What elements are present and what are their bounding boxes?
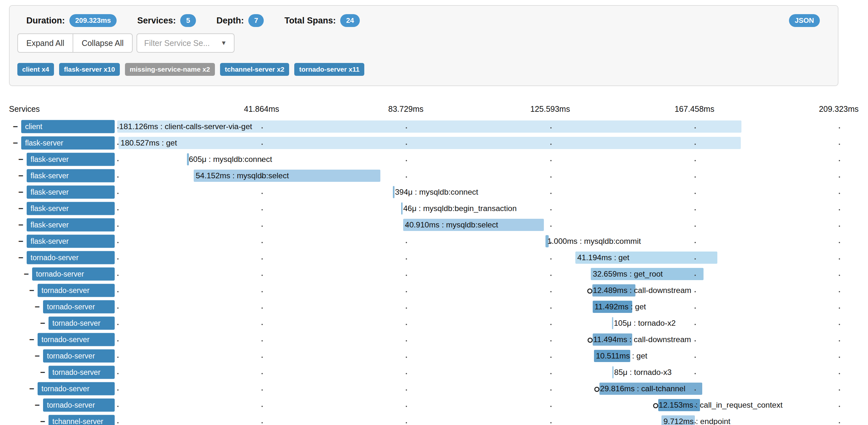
service-button[interactable]: tornado-server — [43, 300, 115, 313]
service-button[interactable]: tornado-server — [38, 284, 115, 297]
collapse-toggle[interactable]: − — [18, 253, 24, 262]
service-tag[interactable]: client x4 — [17, 63, 54, 76]
span-track[interactable]: 10.511ms : get — [117, 347, 839, 364]
span-label: 181.126ms : client-calls-server-via-get — [117, 122, 252, 131]
tick-dot — [550, 357, 552, 358]
json-button[interactable]: JSON — [789, 14, 820, 27]
collapse-toggle[interactable]: − — [18, 155, 24, 163]
tick-dot — [406, 307, 407, 309]
span-track[interactable]: 180.527ms : get — [117, 134, 839, 151]
service-button[interactable]: tchannel-server — [49, 415, 115, 425]
chevron-down-icon: ▼ — [221, 39, 227, 47]
service-button[interactable]: tornado-server — [43, 349, 115, 362]
service-tag[interactable]: tornado-server x11 — [294, 63, 364, 76]
span-track[interactable]: 29.816ms : call-tchannel — [117, 381, 839, 397]
service-cell: −tornado-server — [0, 298, 115, 315]
tick-dot — [694, 193, 696, 194]
time-tick-label: 83.729ms — [388, 104, 424, 114]
collapse-toggle[interactable]: − — [40, 319, 45, 327]
collapse-toggle[interactable]: − — [29, 384, 34, 393]
span-row: −client181.126ms : client-calls-server-v… — [0, 118, 868, 134]
expand-all-button[interactable]: Expand All — [17, 33, 72, 53]
tick-dot — [839, 193, 840, 194]
tick-dot — [261, 406, 263, 407]
service-button[interactable]: client — [21, 120, 115, 133]
collapse-all-button[interactable]: Collapse All — [72, 33, 133, 53]
span-track[interactable]: 11.494ms : call-downstream — [117, 331, 839, 347]
tick-dot — [117, 209, 119, 210]
span-track[interactable]: 11.492ms : get — [117, 298, 839, 315]
span-track[interactable]: 54.152ms : mysqldb:select — [117, 168, 839, 184]
tick-dot — [550, 176, 552, 178]
collapse-toggle[interactable]: − — [40, 417, 45, 425]
service-button[interactable]: tornado-server — [27, 251, 115, 264]
service-button[interactable]: tornado-server — [38, 382, 115, 395]
collapse-toggle[interactable]: − — [18, 237, 24, 245]
service-tag[interactable]: tchannel-server x2 — [220, 63, 289, 76]
service-button[interactable]: tornado-server — [38, 333, 115, 346]
service-tag[interactable]: flask-server x10 — [59, 63, 120, 76]
collapse-toggle[interactable]: − — [29, 335, 34, 344]
tick-dot — [117, 406, 119, 407]
tick-dot — [839, 357, 840, 358]
service-button[interactable]: flask-server — [27, 153, 115, 166]
tick-dot — [550, 340, 552, 341]
span-track[interactable]: 9.712ms : endpoint — [117, 413, 839, 425]
span-track[interactable]: 85μ : tornado-x3 — [117, 364, 839, 381]
tick-dot — [694, 209, 696, 210]
collapse-toggle[interactable]: − — [18, 220, 24, 229]
collapse-toggle[interactable]: − — [18, 171, 24, 180]
filter-service-select[interactable]: Filter Service Se... ▼ — [136, 33, 235, 53]
tick-dot — [117, 176, 119, 178]
service-button[interactable]: flask-server — [21, 136, 115, 149]
span-bar[interactable] — [119, 137, 741, 149]
service-button[interactable]: tornado-server — [49, 366, 115, 379]
span-track[interactable]: 12.489ms : call-downstream — [117, 282, 839, 298]
tick-dot — [261, 193, 263, 194]
collapse-toggle[interactable]: − — [35, 401, 40, 409]
collapse-toggle[interactable]: − — [29, 286, 34, 295]
span-row: −flask-server46μ : mysqldb:begin_transac… — [0, 200, 868, 216]
tick-dot — [694, 127, 696, 128]
collapse-toggle[interactable]: − — [24, 270, 29, 278]
service-button[interactable]: flask-server — [27, 218, 115, 231]
collapse-toggle[interactable]: − — [13, 139, 18, 147]
span-label: 10.511ms : get — [594, 352, 647, 360]
span-track[interactable]: 41.194ms : get — [117, 249, 839, 266]
collapse-toggle[interactable]: − — [35, 352, 40, 360]
service-button[interactable]: tornado-server — [43, 398, 115, 412]
tick-dot — [261, 422, 263, 423]
collapse-toggle[interactable]: − — [18, 204, 24, 213]
service-button[interactable]: flask-server — [27, 185, 115, 199]
tick-dot — [117, 291, 119, 292]
span-track[interactable]: 605μ : mysqldb:connect — [117, 151, 839, 168]
span-track[interactable]: 46μ : mysqldb:begin_transaction — [117, 200, 839, 216]
span-track[interactable]: 105μ : tornado-x2 — [117, 315, 839, 331]
span-track[interactable]: 181.126ms : client-calls-server-via-get — [117, 118, 839, 134]
tick-dot — [839, 209, 840, 210]
collapse-toggle[interactable]: − — [13, 122, 18, 131]
service-button[interactable]: flask-server — [27, 202, 115, 215]
tick-dot — [406, 406, 407, 407]
tick-dot — [117, 242, 119, 243]
collapse-toggle[interactable]: − — [40, 368, 45, 376]
service-button[interactable]: flask-server — [27, 169, 115, 182]
tick-dot — [406, 291, 407, 292]
span-track[interactable]: 1.000ms : mysqldb:commit — [117, 233, 839, 249]
annotation-marker-icon — [588, 338, 593, 343]
tick-dot — [694, 291, 696, 292]
service-tag[interactable]: missing-service-name x2 — [125, 63, 215, 76]
collapse-toggle[interactable]: − — [35, 302, 40, 311]
tick-dot — [839, 389, 840, 391]
span-label: 85μ : tornado-x3 — [612, 368, 672, 377]
service-button[interactable]: tornado-server — [32, 267, 115, 280]
span-track[interactable]: 40.910ms : mysqldb:select — [117, 216, 839, 233]
span-track[interactable]: 32.659ms : get_root — [117, 266, 839, 282]
service-button[interactable]: tornado-server — [49, 316, 115, 330]
span-track[interactable]: 394μ : mysqldb:connect — [117, 184, 839, 200]
service-button[interactable]: flask-server — [27, 235, 115, 248]
tick-dot — [117, 389, 119, 391]
tick-dot — [550, 406, 552, 407]
collapse-toggle[interactable]: − — [18, 188, 24, 196]
span-track[interactable]: 12.153ms : call_in_request_context — [117, 397, 839, 413]
